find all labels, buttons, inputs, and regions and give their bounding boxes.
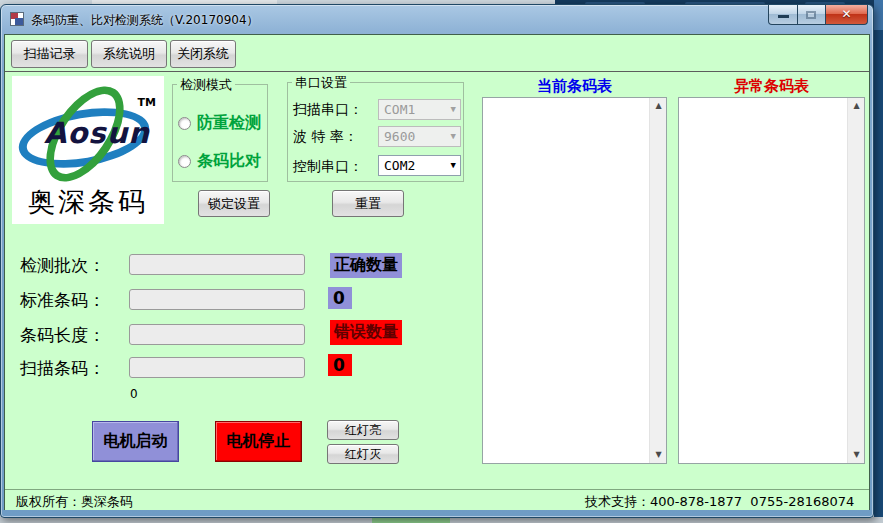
lock-settings-button[interactable]: 锁定设置 (198, 190, 270, 217)
scroll-down-icon[interactable]: ▼ (650, 447, 667, 463)
toolbar-button-close-system[interactable]: 关闭系统 (170, 40, 236, 68)
baud-rate-combo: 9600 ▼ (378, 126, 461, 147)
detection-mode-title: 检测模式 (177, 76, 235, 94)
scan-barcode-label: 扫描条码： (20, 357, 105, 380)
radio-anti-duplicate[interactable]: 防重检测 (178, 113, 261, 134)
logo-trademark: TM (138, 96, 156, 109)
toolbar-button-system-info[interactable]: 系统说明 (91, 40, 167, 68)
current-barcode-listbox[interactable]: ▲ ▼ (482, 97, 667, 464)
scan-port-combo: COM1 ▼ (378, 99, 461, 120)
correct-count-value: 0 (328, 287, 352, 309)
tech-support-text: 技术支持：400-878-1877 0755-28168074 (585, 493, 854, 511)
chevron-down-icon: ▼ (451, 131, 456, 141)
correct-count-label: 正确数量 (330, 253, 402, 278)
window-title: 条码防重、比对检测系统（V.20170904） (31, 12, 259, 29)
scrollbar[interactable]: ▲ ▼ (649, 98, 666, 463)
background-window-edge (874, 0, 883, 523)
minimize-button[interactable] (768, 5, 798, 25)
toolbar: 扫描记录 系统说明 关闭系统 (5, 35, 869, 72)
scan-barcode-input[interactable] (129, 357, 305, 378)
desktop: 条码防重、比对检测系统（V.20170904） ✕ 扫描记录 系统说明 关闭系统 (0, 0, 883, 523)
title-bar[interactable]: 条码防重、比对检测系统（V.20170904） ✕ (1, 5, 873, 33)
red-light-off-button[interactable]: 红灯灭 (327, 444, 399, 464)
batch-label: 检测批次： (20, 254, 105, 277)
abnormal-barcode-list-title: 异常条码表 (678, 77, 865, 96)
wrong-count-value: 0 (328, 354, 352, 376)
close-icon: ✕ (826, 7, 867, 21)
status-bar: 版权所有：奥深条码 技术支持：400-878-1877 0755-2816807… (5, 489, 869, 510)
current-barcode-list-title: 当前条码表 (482, 77, 667, 96)
scroll-up-icon[interactable]: ▲ (650, 98, 667, 114)
close-button[interactable]: ✕ (826, 5, 868, 25)
control-port-combo[interactable]: COM2 ▼ (378, 155, 461, 176)
radio-icon[interactable] (178, 155, 191, 168)
detection-mode-group: 检测模式 防重检测 条码比对 (172, 84, 268, 182)
copyright-text: 版权所有：奥深条码 (16, 493, 133, 511)
scroll-up-icon[interactable]: ▲ (848, 98, 865, 114)
barcode-length-label: 条码长度： (20, 324, 105, 347)
reset-button[interactable]: 重置 (332, 190, 404, 217)
serial-settings-group: 串口设置 扫描串口： COM1 ▼ 波 特 率： 9600 ▼ 控制串口： CO… (287, 82, 464, 182)
scan-port-label: 扫描串口： (293, 101, 363, 119)
motor-start-button[interactable]: 电机启动 (92, 421, 179, 462)
motor-stop-button[interactable]: 电机停止 (215, 421, 302, 462)
maximize-icon (806, 11, 816, 19)
minimize-icon (778, 15, 789, 18)
logo-caption: 奥深条码 (12, 184, 164, 220)
scroll-down-icon[interactable]: ▼ (848, 447, 865, 463)
toolbar-button-scan-records[interactable]: 扫描记录 (11, 40, 88, 68)
barcode-length-input[interactable] (129, 324, 305, 345)
red-light-on-button[interactable]: 红灯亮 (327, 420, 399, 440)
company-logo: Aosun TM 奥深条码 (12, 76, 164, 224)
scan-count-hint: 0 (130, 387, 138, 401)
chevron-down-icon: ▼ (451, 160, 456, 170)
wrong-count-label: 错误数量 (330, 320, 402, 345)
control-port-label: 控制串口： (293, 158, 363, 176)
app-window: 条码防重、比对检测系统（V.20170904） ✕ 扫描记录 系统说明 关闭系统 (0, 4, 874, 518)
logo-brand-text: Aosun (44, 116, 150, 150)
chevron-down-icon: ▼ (451, 104, 456, 114)
serial-settings-title: 串口设置 (292, 74, 350, 92)
batch-input[interactable] (129, 254, 305, 275)
app-icon (10, 12, 24, 26)
radio-icon[interactable] (178, 117, 191, 130)
baud-rate-label: 波 特 率： (293, 128, 358, 146)
standard-barcode-input[interactable] (129, 289, 305, 310)
abnormal-barcode-listbox[interactable]: ▲ ▼ (678, 97, 865, 464)
client-area: 扫描记录 系统说明 关闭系统 Aosun TM 奥深条码 检测模式 防重检测 (4, 34, 870, 510)
scrollbar[interactable]: ▲ ▼ (847, 98, 864, 463)
standard-barcode-label: 标准条码： (20, 289, 105, 312)
radio-barcode-compare[interactable]: 条码比对 (178, 151, 261, 172)
maximize-button[interactable] (798, 5, 826, 25)
